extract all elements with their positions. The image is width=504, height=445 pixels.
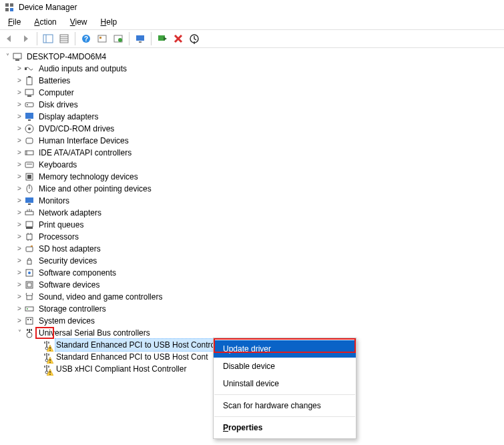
tree-category-label: System devices bbox=[37, 315, 96, 327]
device-category-icon bbox=[24, 268, 35, 278]
device-category-icon bbox=[24, 232, 35, 242]
expand-icon[interactable]: > bbox=[15, 303, 24, 315]
device-category-icon bbox=[24, 304, 35, 314]
expand-icon[interactable]: > bbox=[15, 147, 24, 159]
enable-device-button[interactable] bbox=[155, 31, 170, 46]
tree-category[interactable]: >Mice and other pointing devices bbox=[1, 183, 503, 195]
tree-category[interactable]: >SD host adapters bbox=[1, 243, 503, 255]
device-tree[interactable]: ˅ DESKTOP-4MDO6M4 >Audio inputs and outp… bbox=[0, 48, 504, 378]
expand-icon[interactable]: > bbox=[15, 267, 24, 279]
menu-help[interactable]: Help bbox=[95, 16, 123, 28]
tree-device-label: Standard Enhanced PCI to USB Host Cont bbox=[55, 351, 209, 363]
tree-category-label: Software devices bbox=[37, 279, 101, 291]
expand-icon[interactable]: > bbox=[15, 219, 24, 231]
tree-category-label: Monitors bbox=[37, 195, 71, 207]
tree-category[interactable]: >Security devices bbox=[1, 255, 503, 267]
ctx-disable-device[interactable]: Disable device bbox=[214, 358, 356, 375]
tree-category[interactable]: >Batteries bbox=[1, 75, 503, 87]
ctx-update-driver[interactable]: Update driver bbox=[214, 340, 356, 358]
tree-category[interactable]: >Audio inputs and outputs bbox=[1, 63, 503, 75]
nav-forward-button[interactable] bbox=[19, 31, 33, 46]
svg-rect-3 bbox=[10, 8, 13, 11]
tree-category[interactable]: >Monitors bbox=[1, 195, 503, 207]
tree-category[interactable]: >Storage controllers bbox=[1, 303, 503, 315]
expand-icon[interactable]: > bbox=[15, 75, 24, 87]
svg-rect-29 bbox=[25, 113, 33, 119]
menu-file[interactable]: File bbox=[3, 16, 26, 28]
tree-category[interactable]: >Processors bbox=[1, 231, 503, 243]
device-category-icon bbox=[24, 135, 35, 146]
nav-back-button[interactable] bbox=[3, 31, 17, 46]
tree-category[interactable]: >Software devices bbox=[1, 279, 503, 291]
tree-category[interactable]: >Display adapters bbox=[1, 111, 503, 123]
tree-device-label: Standard Enhanced PCI to USB Host Contro… bbox=[55, 338, 227, 352]
help-button[interactable]: ? bbox=[79, 31, 93, 46]
svg-rect-2 bbox=[5, 8, 9, 11]
expand-icon[interactable]: > bbox=[15, 315, 24, 327]
svg-rect-1 bbox=[10, 3, 13, 7]
expand-icon[interactable]: > bbox=[15, 171, 24, 183]
show-hide-tree-button[interactable] bbox=[41, 31, 55, 46]
expand-icon[interactable]: > bbox=[15, 87, 24, 99]
menu-action[interactable]: Action bbox=[29, 16, 61, 28]
tree-category[interactable]: >Human Interface Devices bbox=[1, 135, 503, 147]
ctx-properties[interactable]: Properties bbox=[214, 419, 356, 436]
expand-icon[interactable]: ˅ bbox=[15, 327, 24, 339]
properties-button[interactable] bbox=[57, 31, 71, 46]
menu-view[interactable]: View bbox=[65, 16, 93, 28]
tree-category[interactable]: >Keyboards bbox=[1, 159, 503, 171]
tree-category[interactable]: >Sound, video and game controllers bbox=[1, 291, 503, 303]
expand-icon[interactable]: > bbox=[15, 279, 24, 291]
uninstall-button[interactable] bbox=[187, 31, 202, 46]
expand-icon[interactable]: > bbox=[15, 135, 24, 147]
toolbar-action-2[interactable] bbox=[111, 31, 125, 46]
expand-icon[interactable]: > bbox=[15, 195, 24, 207]
expand-icon[interactable]: > bbox=[15, 255, 24, 267]
tree-category-label: Human Interface Devices bbox=[37, 135, 130, 147]
svg-rect-45 bbox=[26, 221, 33, 227]
usb-device-icon bbox=[41, 364, 52, 374]
tree-category-label: Memory technology devices bbox=[37, 171, 140, 183]
tree-category[interactable]: >Memory technology devices bbox=[1, 171, 503, 183]
svg-rect-60 bbox=[25, 307, 33, 311]
tree-category[interactable]: >Disk drives bbox=[1, 99, 503, 111]
tree-device-label: USB xHCI Compliant Host Controller bbox=[55, 363, 188, 375]
disable-device-button[interactable] bbox=[171, 31, 186, 46]
toolbar-separator bbox=[129, 32, 130, 45]
expand-icon[interactable]: > bbox=[15, 207, 24, 219]
tree-category[interactable]: >System devices bbox=[1, 315, 503, 327]
tree-category[interactable]: >DVD/CD-ROM drives bbox=[1, 123, 503, 135]
svg-rect-25 bbox=[25, 89, 33, 95]
title-bar: Device Manager bbox=[0, 0, 504, 15]
svg-rect-36 bbox=[25, 162, 33, 167]
svg-rect-63 bbox=[27, 319, 29, 320]
tree-category-label: Universal Serial Bus controllers bbox=[37, 327, 152, 339]
expand-icon[interactable]: > bbox=[15, 183, 24, 195]
expand-icon[interactable]: > bbox=[15, 99, 24, 111]
expand-icon[interactable]: > bbox=[15, 291, 24, 303]
tree-category[interactable]: >Software components bbox=[1, 267, 503, 279]
tree-category[interactable]: >Network adapters bbox=[1, 207, 503, 219]
tree-category-label: IDE ATA/ATAPI controllers bbox=[37, 147, 133, 159]
collapse-icon[interactable]: ˅ bbox=[3, 51, 12, 63]
tree-category[interactable]: >IDE ATA/ATAPI controllers bbox=[1, 147, 503, 159]
expand-icon[interactable]: > bbox=[15, 231, 24, 243]
expand-icon[interactable]: > bbox=[15, 123, 24, 135]
device-category-icon bbox=[24, 256, 35, 266]
ctx-scan-hardware[interactable]: Scan for hardware changes bbox=[214, 397, 356, 414]
expand-icon[interactable]: > bbox=[15, 63, 24, 75]
tree-category[interactable]: >Computer bbox=[1, 87, 503, 99]
toolbar-monitor-button[interactable] bbox=[133, 31, 148, 46]
tree-category[interactable]: >Print queues bbox=[1, 219, 503, 231]
svg-rect-47 bbox=[27, 234, 32, 240]
ctx-uninstall-device[interactable]: Uninstall device bbox=[214, 375, 356, 392]
expand-icon[interactable]: > bbox=[15, 159, 24, 171]
ctx-separator bbox=[214, 394, 355, 395]
window-title: Device Manager bbox=[19, 3, 77, 12]
svg-rect-0 bbox=[5, 3, 9, 7]
svg-rect-64 bbox=[30, 319, 31, 320]
expand-icon[interactable]: > bbox=[15, 243, 24, 255]
toolbar-action-1[interactable] bbox=[95, 31, 109, 46]
expand-icon[interactable]: > bbox=[15, 111, 24, 123]
tree-root-node[interactable]: ˅ DESKTOP-4MDO6M4 bbox=[1, 51, 503, 63]
